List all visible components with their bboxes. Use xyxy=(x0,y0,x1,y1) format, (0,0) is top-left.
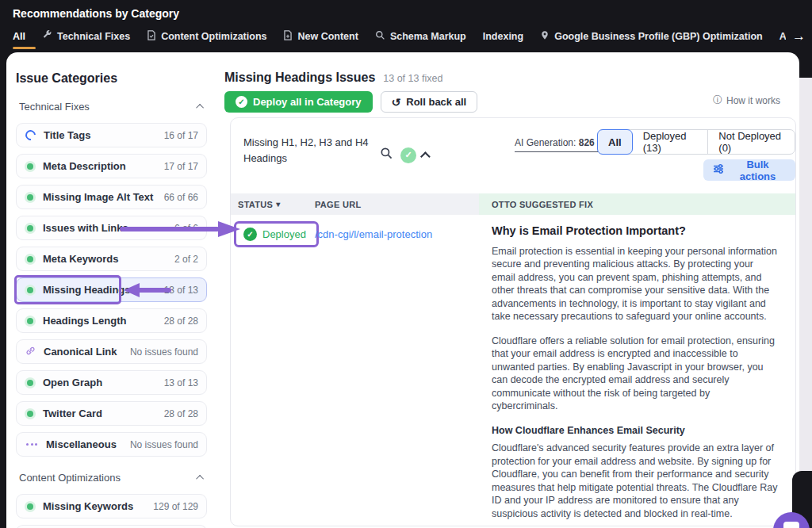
tab-content-optimizations[interactable]: Content Optimizations xyxy=(147,30,266,43)
section-technical-fixes[interactable]: Technical Fixes xyxy=(19,101,204,113)
tab-all[interactable]: All xyxy=(13,31,25,42)
sidebar-item-missing-image-alt-text[interactable]: Missing Image Alt Text 66 of 66 xyxy=(16,185,207,209)
column-otto-suggested-fix: OTTO SUGGESTED FIX xyxy=(479,193,795,215)
roll-back-label: Roll back all xyxy=(406,96,466,108)
page-title: Recommendations by Category xyxy=(13,7,179,20)
section-content-optimizations[interactable]: Content Optimizations xyxy=(19,472,204,484)
rollback-icon: ↺ xyxy=(392,96,401,109)
green-dot-icon xyxy=(27,380,33,386)
green-dot-icon xyxy=(27,411,33,417)
category-count: 28 of 28 xyxy=(164,408,198,419)
sidebar-item-title-tags[interactable]: Title Tags 16 of 17 xyxy=(16,123,207,147)
fix-paragraph: Cloudflare's advanced security features … xyxy=(492,442,778,520)
category-list: Title Tags 16 of 17 Meta Description 17 … xyxy=(16,123,207,457)
sidebar-item-partial[interactable] xyxy=(16,525,207,528)
section-label: Content Optimizations xyxy=(19,472,121,484)
how-it-works-link[interactable]: ⓘ How it works xyxy=(713,94,780,107)
tab-label: Schema Markup xyxy=(390,31,466,42)
tab-label: Indexing xyxy=(483,31,523,42)
tab-label: All xyxy=(13,31,25,42)
sidebar-item-canonical-link[interactable]: Canonical Link No issues found xyxy=(16,339,207,364)
category-label: Canonical Link xyxy=(44,346,117,358)
sidebar-item-issues-with-links[interactable]: Issues with Links 6 of 6 xyxy=(16,216,207,240)
status-badge: Deployed xyxy=(262,228,306,240)
sliders-icon xyxy=(713,163,724,177)
chat-icon xyxy=(783,522,799,528)
how-it-works-label: How it works xyxy=(726,95,780,106)
tabs-scroll-right-arrow[interactable]: → xyxy=(786,29,806,44)
document-check-icon xyxy=(147,30,156,43)
category-count: 129 of 129 xyxy=(153,501,198,512)
category-label: Title Tags xyxy=(44,129,90,141)
page-url-link[interactable]: /cdn-cgi/l/email-protection xyxy=(315,228,432,240)
sidebar-item-twitter-card[interactable]: Twitter Card 28 of 28 xyxy=(16,401,207,426)
table-row: ✓ Deployed /cdn-cgi/l/email-protection W… xyxy=(231,215,795,526)
check-circle-icon: ✓ xyxy=(236,96,247,108)
bulk-actions-label: Bulk actions xyxy=(730,159,786,182)
fix-paragraph: Email protection is essential in keeping… xyxy=(492,245,778,323)
document-plus-icon xyxy=(283,30,293,43)
wrench-icon xyxy=(42,30,52,43)
bulk-actions-button[interactable]: Bulk actions xyxy=(703,159,795,181)
tab-schema-markup[interactable]: Schema Markup xyxy=(375,30,466,43)
tab-new-content[interactable]: New Content xyxy=(283,30,358,43)
issues-title: Missing Headings Issues xyxy=(224,71,375,85)
ai-generation-label: AI Generation: xyxy=(515,137,576,148)
category-label: Miscellaneous xyxy=(46,438,117,450)
filter-tab-all[interactable]: All xyxy=(597,129,633,155)
sidebar-item-open-graph[interactable]: Open Graph 13 of 13 xyxy=(16,370,207,395)
deploy-all-label: Deploy all in Category xyxy=(253,96,362,108)
sidebar-item-meta-keywords[interactable]: Meta Keywords 2 of 2 xyxy=(16,247,207,271)
sidebar-item-headings-length[interactable]: Headings Length 28 of 28 xyxy=(16,308,207,333)
main-panel: Missing Headings Issues 13 of 13 fixed ✓… xyxy=(217,52,799,528)
tab-technical-fixes[interactable]: Technical Fixes xyxy=(42,30,130,43)
annotation-rect-deployed-badge: ✓ Deployed xyxy=(234,221,319,247)
category-label: Twitter Card xyxy=(43,407,102,419)
tab-label: Content Optimizations xyxy=(161,31,266,42)
category-count: 16 of 17 xyxy=(164,130,198,141)
deployed-check-icon: ✓ xyxy=(243,228,257,241)
page-margin-strip xyxy=(799,78,812,474)
info-icon: ⓘ xyxy=(713,94,722,107)
fix-heading: Why is Email Protection Important? xyxy=(492,224,778,238)
sort-caret-icon: ▾ xyxy=(276,200,280,209)
green-dot-icon xyxy=(27,256,33,262)
sidebar-item-meta-description[interactable]: Meta Description 17 of 17 xyxy=(16,154,207,178)
category-count: 13 of 13 xyxy=(164,377,198,388)
status-cell: ✓ Deployed xyxy=(231,215,308,526)
filter-tab-deployed[interactable]: Deployed (13) xyxy=(633,130,709,154)
fixed-filter-check-icon[interactable]: ✓ xyxy=(400,147,416,163)
tab-label: Technical Fixes xyxy=(57,31,130,42)
tab-indexing[interactable]: Indexing xyxy=(483,31,523,42)
sidebar-item-missing-headings[interactable]: Missing Headings 13 of 13 xyxy=(16,277,207,302)
tab-gbp-optimization[interactable]: Google Business Profile (GBP) Optimizati… xyxy=(540,30,763,43)
filter-tab-not-deployed[interactable]: Not Deployed (0) xyxy=(708,130,795,154)
search-icon[interactable] xyxy=(380,147,393,163)
sidebar-item-missing-keywords[interactable]: Missing Keywords 129 of 129 xyxy=(16,494,207,518)
category-label: Headings Length xyxy=(43,315,126,327)
category-count: 13 of 13 xyxy=(164,285,198,296)
issues-fixed-count: 13 of 13 fixed xyxy=(383,73,442,84)
column-status[interactable]: STATUS ▾ xyxy=(231,193,308,215)
deploy-all-button[interactable]: ✓ Deploy all in Category xyxy=(224,91,373,113)
sidebar-title: Issue Categories xyxy=(16,71,207,86)
fix-subheading: How Cloudflare Enhances Email Security xyxy=(492,424,778,438)
issue-detail-panel: Missing H1, H2, H3 and H4 Headings ✓ AI … xyxy=(230,117,796,526)
category-label: Missing Image Alt Text xyxy=(43,191,153,203)
category-tab-bar: All Technical Fixes Content Optimization… xyxy=(13,30,790,43)
chevron-up-icon xyxy=(196,475,204,483)
link-icon xyxy=(25,345,36,359)
category-label: Missing Headings xyxy=(43,284,131,296)
green-dot-icon xyxy=(27,163,33,170)
green-dot-icon xyxy=(27,318,33,324)
roll-back-all-button[interactable]: ↺ Roll back all xyxy=(381,91,478,113)
fix-paragraph: Cloudflare offers a reliable solution fo… xyxy=(492,335,778,413)
green-dot-icon xyxy=(27,503,33,510)
progress-ring-icon xyxy=(23,128,37,142)
sidebar-item-miscellaneous[interactable]: Miscellaneous No issues found xyxy=(16,432,207,457)
top-header: Recommendations by Category All Technica… xyxy=(0,0,812,52)
location-pin-icon xyxy=(540,30,550,43)
green-dot-icon xyxy=(27,225,33,231)
collapse-chevron-icon[interactable] xyxy=(420,151,431,162)
deploy-filter-tabs: All Deployed (13) Not Deployed (0) xyxy=(597,129,795,155)
